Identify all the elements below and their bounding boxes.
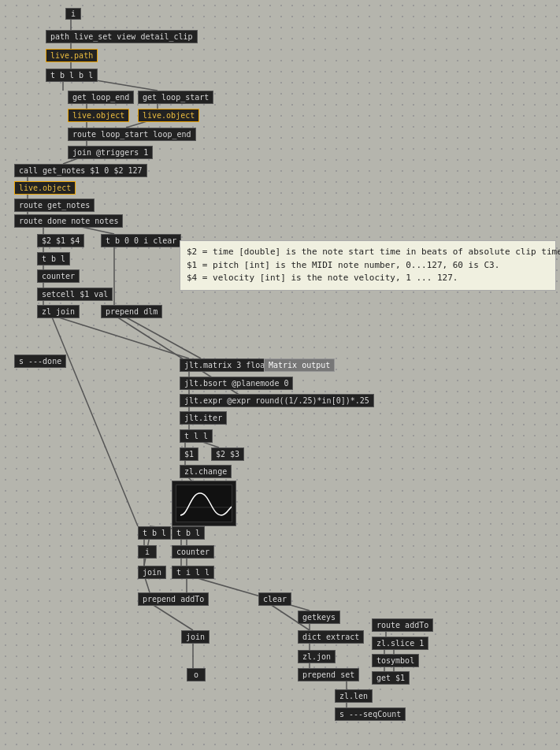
node-join3[interactable]: join xyxy=(181,630,210,644)
node-zl-slice[interactable]: zl.slice 1 xyxy=(372,637,428,650)
node-matrix-output: Matrix output xyxy=(264,358,335,372)
node-call-get-notes[interactable]: call get_notes $1 0 $2 127 xyxy=(14,164,147,177)
node-scope xyxy=(172,481,236,526)
comment-box: $2 = time [double] is the note start tim… xyxy=(180,240,556,291)
node-clear[interactable]: clear xyxy=(258,592,291,606)
node-live-object-3[interactable]: live.object xyxy=(14,181,76,195)
scope-display xyxy=(176,485,232,522)
node-setcell[interactable]: setcell $1 val xyxy=(37,288,113,301)
node-dict-extract[interactable]: dict extract xyxy=(298,630,364,644)
node-route-loop[interactable]: route loop_start loop_end xyxy=(68,128,196,141)
node-tb00i-clear[interactable]: t b 0 0 i clear xyxy=(101,234,181,247)
node-till[interactable]: t i l l xyxy=(172,566,214,579)
node-jlt-expr[interactable]: jlt.expr @expr round((1/.25)*in[0])*.25 xyxy=(180,394,374,407)
node-jlt-iter[interactable]: jlt.iter xyxy=(180,411,227,425)
node-s2s3[interactable]: $2 $3 xyxy=(211,447,244,461)
node-path-live-set[interactable]: path live_set view detail_clip xyxy=(46,30,198,43)
node-s1[interactable]: $1 xyxy=(180,447,198,461)
node-counter[interactable]: counter xyxy=(37,269,80,283)
node-zl-join[interactable]: zl join xyxy=(37,305,80,318)
node-zl-change[interactable]: zl.change xyxy=(180,465,232,478)
node-s-seqcount[interactable]: s ---seqCount xyxy=(335,707,406,721)
node-tbl-2[interactable]: t b l xyxy=(138,526,171,540)
node-route-addTo[interactable]: route addTo xyxy=(372,618,433,632)
node-getkeys[interactable]: getkeys xyxy=(298,611,340,624)
node-prepend-addTo[interactable]: prepend addTo xyxy=(138,592,209,606)
node-tbl-3[interactable]: t b l xyxy=(172,526,205,540)
svg-line-41 xyxy=(150,603,193,630)
node-jlt-bsort[interactable]: jlt.bsort @planemode 0 xyxy=(180,377,293,390)
svg-line-55 xyxy=(51,315,138,526)
node-i[interactable]: i xyxy=(65,8,81,20)
node-get-loop-start[interactable]: get loop_start xyxy=(138,91,213,104)
node-s-done[interactable]: s ---done xyxy=(14,355,66,368)
node-join2[interactable]: join xyxy=(138,566,166,579)
node-tll[interactable]: t l l xyxy=(180,429,213,443)
svg-line-22 xyxy=(122,315,201,358)
patch-area: i path live_set view detail_clip live.pa… xyxy=(0,0,560,750)
node-zl-jon[interactable]: zl.jon xyxy=(298,650,336,663)
node-zl-len[interactable]: zl.len xyxy=(335,689,373,703)
node-i2[interactable]: i xyxy=(138,545,157,559)
node-o[interactable]: o xyxy=(187,668,206,681)
node-get-loop-end[interactable]: get loop_end xyxy=(68,91,134,104)
node-get-s1[interactable]: get $1 xyxy=(372,671,410,685)
node-route-get-notes[interactable]: route get_notes xyxy=(14,199,95,212)
node-tbl-1[interactable]: t b l xyxy=(37,252,70,265)
node-live-object-1[interactable]: live.object xyxy=(68,109,129,122)
node-prepend-dlm[interactable]: prepend dlm xyxy=(101,305,162,318)
node-prepend-set[interactable]: prepend set xyxy=(298,668,359,681)
node-live-object-2[interactable]: live.object xyxy=(138,109,199,122)
node-s2s1s4[interactable]: $2 $1 $4 xyxy=(37,234,84,247)
svg-line-21 xyxy=(51,315,189,358)
node-live-path[interactable]: live.path xyxy=(46,49,98,62)
node-route-done-note-notes[interactable]: route done note notes xyxy=(14,214,123,228)
node-tosymbol[interactable]: tosymbol xyxy=(372,654,419,667)
node-join-triggers[interactable]: join @triggers 1 xyxy=(68,146,153,159)
node-counter2[interactable]: counter xyxy=(172,545,214,559)
node-tblbl[interactable]: t b l b l xyxy=(46,69,98,82)
